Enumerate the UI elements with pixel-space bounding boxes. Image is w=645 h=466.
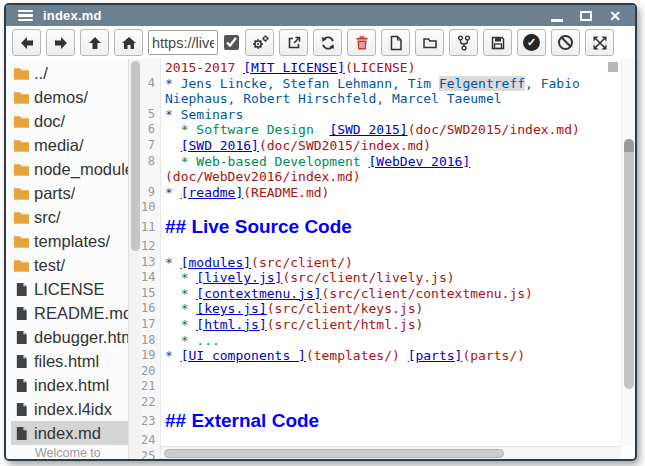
file-item-index.l4idx[interactable]: index.l4idx (11, 397, 128, 421)
code-text (158, 364, 621, 380)
file-item-media[interactable]: media/ (11, 133, 128, 157)
editor-line[interactable]: 4* Jens Lincke, Stefan Lehmann, Tim Felg… (141, 76, 621, 92)
toolbar: ✓ (6, 26, 635, 59)
url-input[interactable] (148, 30, 218, 55)
line-number: 20 (141, 364, 158, 380)
maximize-button[interactable] (580, 11, 592, 21)
editor-line[interactable]: 20 (141, 364, 621, 380)
editor-line[interactable]: 16 * [keys.js](src/client/keys.js) (141, 301, 621, 317)
url-checkbox[interactable] (224, 35, 239, 50)
versions-button[interactable] (449, 29, 478, 56)
editor-content[interactable]: 2015-2017 [MIT LICENSE](LICENSE)4* Jens … (141, 60, 621, 459)
line-number: 24 (141, 433, 158, 449)
home-button[interactable] (114, 29, 143, 56)
editor-line[interactable]: (doc/WebDev2016/index.md) (141, 169, 621, 185)
code-text (158, 395, 621, 411)
editor-line[interactable]: 17 * [html.js](src/client/html.js) (141, 317, 621, 333)
code-text: ## Live Source Code (158, 216, 621, 239)
file-item-..[interactable]: ../ (11, 61, 128, 85)
editor-line[interactable]: 12 (141, 239, 621, 255)
file-item-test[interactable]: test/ (11, 253, 128, 277)
save-button[interactable] (483, 29, 512, 56)
line-number: 21 (141, 379, 158, 395)
up-button[interactable] (80, 29, 109, 56)
code-text: * [modules](src/client/) (158, 255, 621, 271)
file-item-files.html[interactable]: files.html (11, 349, 128, 373)
settings-button[interactable] (245, 29, 274, 56)
editor-vscrollbar-thumb[interactable] (624, 139, 634, 389)
editor-heading-line[interactable]: 11## Live Source Code (141, 216, 621, 239)
titlebar: index.md ✕ (6, 5, 635, 26)
line-number: 25 (141, 449, 158, 459)
minimize-button[interactable] (551, 19, 563, 22)
file-item-parts[interactable]: parts/ (11, 181, 128, 205)
file-item-templates[interactable]: templates/ (11, 229, 128, 253)
close-button[interactable]: ✕ (609, 9, 621, 23)
editor-horizontal-scrollbar[interactable] (161, 446, 621, 459)
editor-line[interactable]: Niephaus, Robert Hirschfeld, Marcel Taeu… (141, 91, 621, 107)
sidebar-scrollbar[interactable] (128, 59, 141, 459)
editor-line[interactable]: 2015-2017 [MIT LICENSE](LICENSE) (141, 60, 621, 76)
file-item-debugger.html[interactable]: debugger.html (11, 325, 128, 349)
editor-vertical-scrollbar[interactable] (621, 59, 635, 446)
sidebar-scrollbar-thumb[interactable] (131, 61, 140, 251)
file-item-demos[interactable]: demos/ (11, 85, 128, 109)
check-circle-icon: ✓ (523, 34, 540, 51)
file-item-label: debugger.html (34, 328, 128, 347)
new-file-button[interactable] (381, 29, 410, 56)
fullscreen-button[interactable] (585, 29, 614, 56)
file-item-doc[interactable]: doc/ (11, 109, 128, 133)
file-item-label: node_modules/ (34, 160, 128, 179)
file-preview-text: Welcome to (11, 446, 128, 459)
editor-line[interactable]: 5* Seminars (141, 107, 621, 123)
code-text: * [UI components ](templates/) [parts](p… (158, 348, 621, 364)
folder-icon (13, 234, 30, 249)
code-text (158, 200, 621, 216)
ban-icon (558, 35, 573, 50)
editor-line[interactable]: 7 [SWD 2016](doc/SWD2015/index.md) (141, 138, 621, 154)
code-text: * ... (158, 333, 621, 349)
editor-line[interactable]: 10 (141, 200, 621, 216)
file-item-src[interactable]: src/ (11, 205, 128, 229)
expand-arrows-icon (592, 35, 608, 51)
file-icon (13, 402, 30, 417)
menu-hamburger-icon[interactable] (18, 10, 33, 21)
editor-line[interactable]: 8 * Web-based Development [WebDev 2016] (141, 154, 621, 170)
new-folder-button[interactable] (415, 29, 444, 56)
delete-button[interactable] (347, 29, 376, 56)
editor-line[interactable]: 9* [readme](README.md) (141, 185, 621, 201)
editor-heading-line[interactable]: 23## External Code (141, 410, 621, 433)
editor-line[interactable]: 18 * ... (141, 333, 621, 349)
folder-icon (13, 66, 30, 81)
editor-line[interactable]: 19* [UI components ](templates/) [parts]… (141, 348, 621, 364)
file-item-index.html[interactable]: index.html (11, 373, 128, 397)
editor-line[interactable]: 22 (141, 395, 621, 411)
open-external-button[interactable] (279, 29, 308, 56)
forward-button[interactable] (46, 29, 75, 56)
editor-line[interactable]: 21 (141, 379, 621, 395)
file-item-label: index.md (34, 424, 101, 443)
file-item-label: demos/ (34, 88, 88, 107)
file-item-index.md[interactable]: index.md (11, 421, 128, 445)
editor-line[interactable]: 15 * [contextmenu.js](src/client/context… (141, 286, 621, 302)
line-number: 5 (141, 107, 158, 123)
code-text: * [contextmenu.js](src/client/contextmen… (158, 286, 621, 302)
window-controls: ✕ (551, 9, 627, 23)
back-button[interactable] (12, 29, 41, 56)
reload-button[interactable] (313, 29, 342, 56)
line-number: 22 (141, 395, 158, 411)
editor-line[interactable]: 13* [modules](src/client/) (141, 255, 621, 271)
code-text: * Jens Lincke, Stefan Lehmann, Tim Felge… (158, 76, 621, 92)
file-item-nodemodules[interactable]: node_modules/ (11, 157, 128, 181)
file-item-README.md[interactable]: README.md (11, 301, 128, 325)
file-item-label: media/ (34, 136, 84, 155)
accept-button[interactable]: ✓ (517, 29, 546, 56)
file-item-LICENSE[interactable]: LICENSE (11, 277, 128, 301)
editor-line[interactable]: 6 * Software Design [SWD 2015](doc/SWD20… (141, 122, 621, 138)
markdown-editor[interactable]: 2015-2017 [MIT LICENSE](LICENSE)4* Jens … (141, 59, 635, 459)
cancel-button[interactable] (551, 29, 580, 56)
editor-line[interactable]: 14 * [lively.js](src/client/lively.js) (141, 270, 621, 286)
editor-hscrollbar-thumb[interactable] (164, 449, 504, 458)
file-sidebar: ../demos/doc/media/node_modules/parts/sr… (6, 59, 141, 459)
line-number: 15 (141, 286, 158, 302)
